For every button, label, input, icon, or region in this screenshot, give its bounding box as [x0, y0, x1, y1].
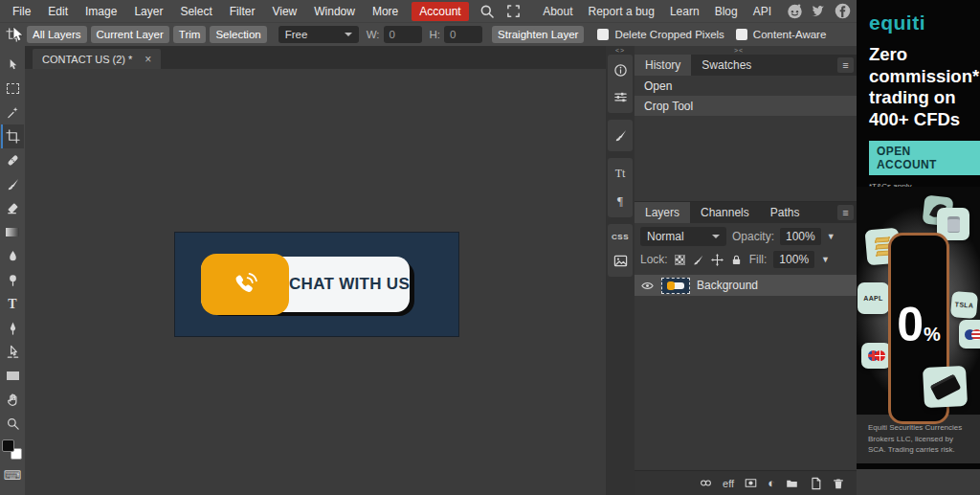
- fill-value[interactable]: 100%: [773, 251, 814, 268]
- path-select-tool[interactable]: [1, 340, 24, 364]
- menu-edit[interactable]: Edit: [39, 5, 77, 18]
- crop-ratio-value: Free: [285, 29, 308, 40]
- tab-paths[interactable]: Paths: [760, 202, 811, 223]
- link-layers-icon[interactable]: [699, 477, 713, 489]
- search-icon[interactable]: [479, 4, 495, 19]
- lock-transparency-icon[interactable]: [675, 255, 685, 265]
- character-panel-icon[interactable]: Tt: [615, 167, 626, 181]
- lock-all-icon[interactable]: [730, 254, 743, 266]
- opacity-value[interactable]: 100%: [780, 228, 821, 245]
- panel-resize-handle-left[interactable]: <>: [615, 46, 625, 55]
- opacity-dropdown-icon[interactable]: ▼: [827, 232, 835, 241]
- document-tab[interactable]: CONTACT US (2) * ×: [33, 49, 161, 69]
- path-select-icon: [6, 345, 20, 359]
- dodge-tool[interactable]: [1, 268, 24, 292]
- tab-history[interactable]: History: [635, 55, 691, 76]
- delete-cropped-pixels-checkbox[interactable]: [597, 29, 609, 40]
- new-layer-icon[interactable]: [809, 477, 822, 490]
- fill-dropdown-icon[interactable]: ▼: [821, 255, 830, 264]
- headline-line-4: 400+ CFDs: [869, 109, 968, 131]
- spot-healing-tool[interactable]: [1, 148, 24, 172]
- eraser-tool[interactable]: [1, 196, 24, 220]
- chevron-down-icon: [712, 235, 720, 242]
- trim-button[interactable]: Trim: [173, 26, 207, 43]
- link-learn[interactable]: Learn: [662, 5, 707, 18]
- foreground-color-swatch[interactable]: [2, 439, 14, 452]
- panel-resize-handle-right[interactable]: ><: [734, 46, 744, 55]
- open-account-button[interactable]: OPEN ACCOUNT: [869, 141, 980, 175]
- adjustment-layer-icon[interactable]: ◐: [768, 477, 775, 489]
- link-api[interactable]: API: [746, 5, 779, 18]
- history-item-open[interactable]: Open: [635, 76, 857, 96]
- tab-swatches[interactable]: Swatches: [691, 55, 762, 76]
- layer-row-background[interactable]: Background: [635, 275, 857, 296]
- ad-panel[interactable]: equiti Zero commission* trading on 400+ …: [857, 0, 980, 469]
- canvas-area[interactable]: CHAT WITH US: [25, 69, 606, 495]
- reddit-icon[interactable]: [787, 3, 803, 19]
- hand-tool[interactable]: [1, 388, 24, 412]
- link-report-a-bug[interactable]: Report a bug: [581, 5, 662, 18]
- menu-select[interactable]: Select: [171, 5, 220, 18]
- facebook-icon[interactable]: [835, 3, 851, 19]
- us-flag-icon: [971, 329, 980, 340]
- straighten-layer-button[interactable]: Straighten Layer: [492, 26, 584, 43]
- rectangle-shape-tool[interactable]: [1, 364, 24, 388]
- image-panel-icon[interactable]: [613, 254, 628, 268]
- tab-layers[interactable]: Layers: [635, 202, 690, 223]
- equiti-logo: equiti: [869, 11, 980, 34]
- layers-menu-icon[interactable]: ≡: [837, 205, 854, 220]
- pen-tool[interactable]: [1, 316, 24, 340]
- menu-file[interactable]: File: [4, 5, 39, 18]
- menu-more[interactable]: More: [364, 5, 407, 18]
- crop-tool[interactable]: [1, 124, 24, 148]
- properties-icon[interactable]: [613, 90, 628, 104]
- rectangle-select-tool[interactable]: [1, 77, 24, 101]
- layer-effects-icon[interactable]: eff: [723, 478, 734, 489]
- link-blog[interactable]: Blog: [707, 5, 746, 18]
- height-input[interactable]: 0: [444, 26, 482, 43]
- selection-button[interactable]: Selection: [210, 26, 266, 43]
- menu-filter[interactable]: Filter: [221, 5, 264, 18]
- magic-wand-tool[interactable]: [1, 101, 24, 124]
- lock-paint-icon[interactable]: [692, 254, 704, 266]
- brush-settings-icon[interactable]: [613, 128, 628, 143]
- link-about[interactable]: About: [535, 5, 580, 18]
- visibility-eye-icon[interactable]: [640, 280, 655, 292]
- brush-tool[interactable]: [1, 172, 24, 196]
- blend-mode-select[interactable]: Normal: [640, 227, 726, 246]
- color-swatches[interactable]: [2, 439, 23, 461]
- crop-ratio-select[interactable]: Free: [278, 26, 359, 43]
- menu-view[interactable]: View: [263, 5, 305, 18]
- blur-tool[interactable]: [1, 244, 24, 268]
- close-icon[interactable]: ×: [145, 54, 151, 65]
- menu-layer[interactable]: Layer: [125, 5, 171, 18]
- lock-move-icon[interactable]: [711, 254, 724, 266]
- move-tool[interactable]: [1, 53, 24, 77]
- account-button[interactable]: Account: [412, 2, 468, 21]
- twitter-icon[interactable]: [811, 3, 827, 19]
- type-tool[interactable]: T: [1, 292, 24, 316]
- delete-layer-icon[interactable]: [832, 477, 845, 490]
- tab-channels[interactable]: Channels: [690, 202, 760, 223]
- width-input[interactable]: 0: [384, 26, 422, 43]
- zoom-tool[interactable]: [1, 412, 24, 436]
- new-folder-icon[interactable]: [785, 477, 799, 489]
- current-layer-button[interactable]: Current Layer: [91, 26, 169, 43]
- menu-image[interactable]: Image: [77, 5, 125, 18]
- content-aware-checkbox[interactable]: [736, 29, 747, 40]
- keyboard-shortcuts-icon[interactable]: ⌨: [4, 469, 22, 482]
- all-layers-button[interactable]: All Layers: [27, 26, 87, 43]
- history-item-crop-tool[interactable]: Crop Tool: [635, 96, 857, 116]
- history-menu-icon[interactable]: ≡: [837, 57, 854, 73]
- paragraph-panel-icon[interactable]: ¶: [617, 193, 623, 209]
- chat-button-label: CHAT WITH US: [289, 257, 410, 312]
- layer-thumbnail[interactable]: [661, 278, 690, 294]
- layer-mask-icon[interactable]: [744, 477, 758, 489]
- document-image[interactable]: CHAT WITH US: [175, 233, 458, 336]
- tsla-tile: TSLA: [950, 291, 978, 319]
- info-icon[interactable]: [613, 63, 628, 78]
- css-panel-icon[interactable]: CSS: [612, 233, 629, 241]
- gradient-tool[interactable]: [1, 220, 24, 244]
- fullscreen-icon[interactable]: [506, 4, 521, 18]
- menu-window[interactable]: Window: [305, 5, 364, 18]
